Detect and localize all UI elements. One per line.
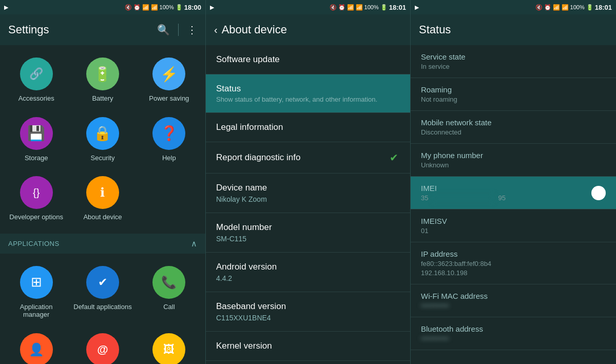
status-item-imeisv[interactable]: IMEISV 01	[411, 209, 616, 242]
signal-icon-mid: 📶	[356, 4, 363, 11]
more-icon[interactable]: ⋮	[187, 24, 197, 36]
software-update-title: Software update	[216, 54, 400, 65]
status-title: Status	[216, 84, 400, 94]
status-subtitle: Show status of battery, network, and oth…	[216, 95, 400, 103]
status-item-bluetooth[interactable]: Bluetooth address ••••••••••••	[411, 317, 616, 350]
youtube-icon-right: ▶	[415, 4, 419, 11]
gallery-icon: 🖼	[152, 333, 185, 364]
imei-label: IMEI	[421, 184, 506, 193]
alarm-icon: ⏰	[133, 4, 141, 11]
battery-icon-right: 🔋	[586, 4, 593, 11]
status-item-mobile-network[interactable]: Mobile network state Disconnected	[411, 111, 616, 144]
mute-icon: 🔇	[125, 4, 132, 11]
settings-scroll: 🔗 Accessories 🔋 Battery ⚡ Power saving 💾…	[0, 45, 205, 364]
settings-item-help[interactable]: ❓ Help	[137, 111, 201, 168]
storage-icon: 💾	[20, 117, 53, 150]
ip-value-2: 192.168.10.198	[421, 269, 606, 277]
settings-item-power-saving[interactable]: ⚡ Power saving	[137, 51, 201, 109]
legal-title: Legal information	[216, 122, 400, 132]
app-manager-label: Application manager	[6, 303, 66, 319]
status-item-phone-number[interactable]: My phone number Unknown	[411, 144, 616, 177]
status-panel-header: Status	[411, 14, 616, 45]
android-title: Android version	[216, 262, 400, 272]
imei-end: 95	[498, 194, 505, 202]
diagnostic-checkbox[interactable]: ✔	[388, 151, 400, 164]
about-item-android[interactable]: Android version 4.4.2	[206, 253, 410, 292]
model-title: Model number	[216, 222, 400, 233]
about-item-status[interactable]: Status Show status of battery, network, …	[206, 74, 410, 113]
middle-panel: ▶ 🔇 ⏰ 📶 📶 100% 🔋 18:01 ‹ About device So…	[205, 0, 411, 364]
section-chevron-icon[interactable]: ∧	[191, 239, 198, 248]
mute-icon-mid: 🔇	[330, 4, 337, 11]
security-label: Security	[91, 154, 115, 162]
signal-icon: 📶	[151, 4, 158, 11]
signal-icon-right: 📶	[562, 4, 569, 11]
help-icon: ❓	[152, 117, 185, 150]
status-item-service-state[interactable]: Service state In service	[411, 45, 616, 78]
battery-icon-left: 🔋	[176, 4, 183, 11]
about-item-device-name[interactable]: Device name Nikolay K Zoom	[206, 174, 410, 213]
battery-text-left: 100%	[160, 4, 174, 10]
settings-item-developer[interactable]: {} Developer options	[4, 170, 68, 227]
status-bar-left: ▶ 🔇 ⏰ 📶 📶 100% 🔋 18:00	[0, 0, 205, 14]
wifi-icon-right: 📶	[553, 4, 560, 11]
settings-item-email[interactable]: @ Email	[70, 327, 134, 364]
settings-item-storage[interactable]: 💾 Storage	[4, 111, 68, 168]
status-bar-right: ▶ 🔇 ⏰ 📶 📶 100% 🔋 18:01	[411, 0, 616, 14]
baseband-value: C115XXU1BNE4	[216, 314, 400, 322]
about-list: Software update Status Show status of ba…	[206, 45, 410, 364]
developer-label: Developer options	[9, 213, 63, 221]
service-state-value: In service	[421, 63, 606, 70]
about-header: ‹ About device	[206, 14, 410, 45]
email-icon: @	[86, 333, 119, 364]
about-item-diagnostic[interactable]: Report diagnostic info ✔	[206, 142, 410, 174]
back-arrow-icon[interactable]: ‹	[214, 24, 218, 36]
search-icon[interactable]: 🔍	[157, 24, 170, 36]
applications-section-header: APPLICATIONS ∧	[0, 234, 205, 254]
status-item-ip[interactable]: IP address fe80::3623:baff:fef0:8b4 192.…	[411, 242, 616, 284]
mute-icon-right: 🔇	[535, 4, 543, 11]
about-item-baseband[interactable]: Baseband version C115XXU1BNE4	[206, 292, 410, 332]
status-list: Service state In service Roaming Not roa…	[411, 45, 616, 364]
status-bar-middle: ▶ 🔇 ⏰ 📶 📶 100% 🔋 18:01	[206, 0, 410, 14]
wifi-icon: 📶	[142, 4, 149, 11]
imeisv-value: 01	[421, 227, 606, 235]
status-item-imei[interactable]: IMEI 35 ████████████ 95	[411, 177, 616, 209]
phone-number-label: My phone number	[421, 151, 606, 160]
about-item-model[interactable]: Model number SM-C115	[206, 213, 410, 253]
mobile-network-label: Mobile network state	[421, 118, 606, 127]
settings-item-call[interactable]: 📞 Call	[137, 260, 201, 325]
settings-item-contacts[interactable]: 👤 Contacts	[4, 327, 68, 364]
about-item-legal[interactable]: Legal information	[206, 113, 410, 142]
settings-item-accessories[interactable]: 🔗 Accessories	[4, 51, 68, 109]
settings-item-about[interactable]: ℹ About device	[70, 170, 134, 227]
status-item-wifi-mac[interactable]: Wi-Fi MAC address ••••••••••••	[411, 284, 616, 317]
settings-item-app-manager[interactable]: ⊞ Application manager	[4, 260, 68, 325]
about-label: About device	[83, 213, 122, 221]
settings-item-battery[interactable]: 🔋 Battery	[70, 51, 134, 109]
diagnostic-title: Report diagnostic info	[216, 152, 300, 163]
ip-label: IP address	[421, 250, 606, 258]
imei-toggle[interactable]	[591, 186, 606, 200]
status-panel-title: Status	[419, 23, 451, 36]
security-icon: 🔒	[86, 117, 119, 150]
about-title: About device	[222, 23, 287, 36]
phone-number-value: Unknown	[421, 161, 606, 169]
status-item-roaming[interactable]: Roaming Not roaming	[411, 78, 616, 111]
bluetooth-label: Bluetooth address	[421, 324, 606, 333]
battery-label: Battery	[92, 94, 113, 103]
settings-item-security[interactable]: 🔒 Security	[70, 111, 134, 168]
time-right: 18:01	[595, 4, 612, 11]
about-item-software-update[interactable]: Software update	[206, 45, 410, 74]
storage-label: Storage	[25, 154, 48, 162]
battery-icon-mid: 🔋	[380, 4, 388, 11]
device-name-title: Device name	[216, 183, 400, 193]
baseband-title: Baseband version	[216, 301, 400, 312]
left-panel: ▶ 🔇 ⏰ 📶 📶 100% 🔋 18:00 Settings 🔍 ⋮ 🔗 Ac…	[0, 0, 205, 364]
about-item-kernel[interactable]: Kernel version	[206, 332, 410, 361]
settings-item-default-apps[interactable]: ✔ Default applications	[70, 260, 134, 325]
help-label: Help	[162, 154, 176, 162]
settings-item-gallery[interactable]: 🖼 Gallery	[137, 327, 201, 364]
device-name-value: Nikolay K Zoom	[216, 195, 400, 203]
power-saving-label: Power saving	[149, 94, 189, 103]
